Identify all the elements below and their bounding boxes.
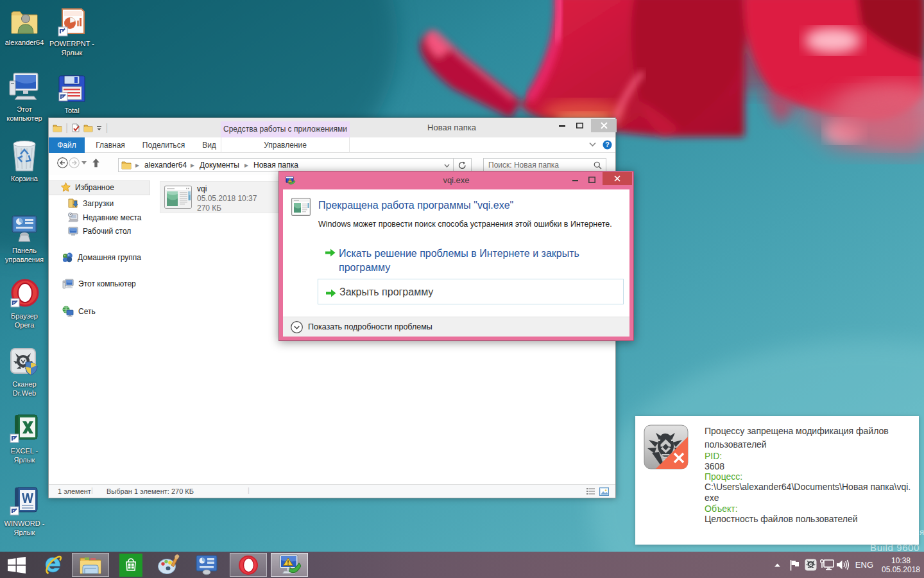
svg-text:?: ?: [605, 141, 609, 148]
